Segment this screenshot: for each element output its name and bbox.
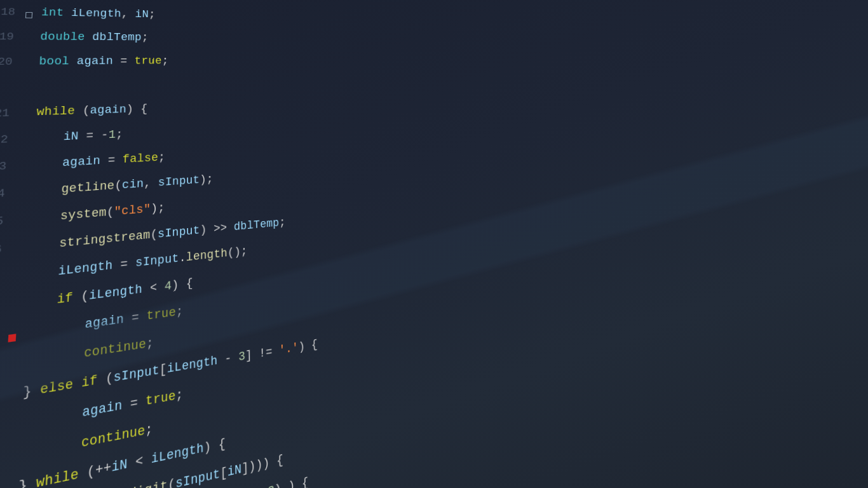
gutter — [9, 279, 22, 280]
gutter — [3, 397, 17, 400]
code-text: while (again) { — [31, 97, 148, 125]
line-number — [0, 90, 19, 91]
line-number: 524 — [0, 179, 15, 210]
gutter — [15, 168, 29, 168]
code-text: bool again = true; — [33, 49, 169, 74]
code-container: 17 string sInput; 18 int iLength, iN; 19… — [0, 0, 526, 488]
gutter — [1, 428, 15, 431]
line-number: 23 — [0, 152, 16, 182]
gutter — [18, 116, 31, 116]
gutter — [13, 195, 27, 196]
breakpoint-marker[interactable] — [8, 334, 17, 342]
line-number: 22 — [0, 126, 17, 155]
line-number: 525 — [0, 207, 13, 238]
gutter — [17, 142, 29, 142]
gutter — [11, 250, 24, 252]
line-number: 21 — [0, 100, 19, 128]
gutter — [8, 308, 22, 309]
gutter — [0, 460, 13, 463]
line-number: 20 — [0, 50, 22, 75]
line-number: 18 — [0, 0, 24, 25]
gutter — [6, 337, 20, 339]
code-editor: 17 string sInput; 18 int iLength, iN; 19… — [0, 0, 868, 488]
fold-marker[interactable] — [25, 12, 32, 18]
line-number: 19 — [0, 24, 23, 50]
gutter — [12, 222, 25, 224]
code-text — [32, 74, 46, 99]
code-text: double dblTemp; — [34, 24, 149, 49]
code-text: int iLength, iN; — [36, 0, 156, 26]
gutter — [4, 367, 18, 369]
